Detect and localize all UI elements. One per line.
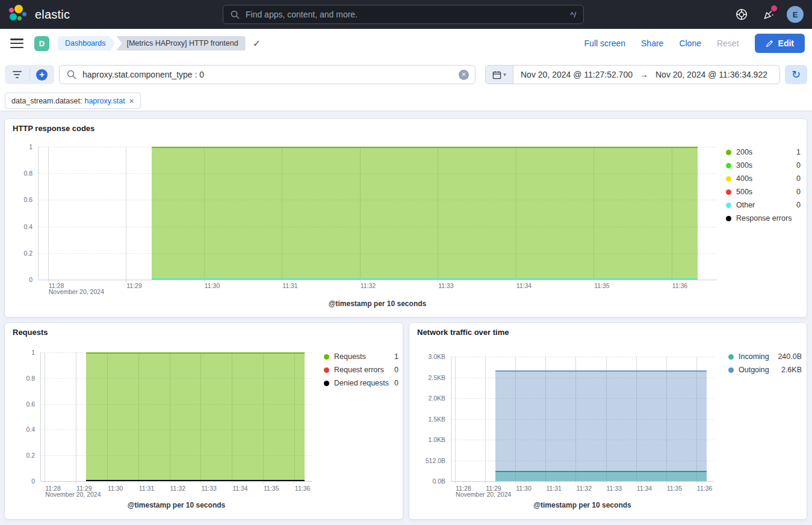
breadcrumb-current: [Metrics HAProxy] HTTP frontend — [116, 36, 245, 51]
add-filter-button[interactable]: + — [30, 65, 55, 84]
legend-item[interactable]: 300s0 — [726, 161, 801, 170]
x-tick-label: 11:31 — [139, 485, 155, 492]
y-tick-label: 0.6 — [26, 401, 35, 408]
legend-label: Response errors — [736, 214, 797, 223]
legend-item[interactable]: Request errors0 — [324, 366, 398, 374]
panel-title: Network traffic over time — [417, 328, 509, 337]
series-line-requests — [86, 352, 305, 354]
y-tick-label: 2.5KB — [428, 374, 445, 382]
y-tick-label: 0.2 — [26, 452, 35, 459]
legend-dot — [726, 189, 731, 195]
date-range-picker: ▾ Nov 20, 2024 @ 11:27:52.700 → Nov 20, … — [485, 65, 780, 84]
calendar-dropdown-button[interactable]: ▾ — [486, 66, 513, 84]
x-tick-label: 11:35 — [594, 282, 610, 289]
plot-area — [38, 147, 717, 280]
y-tick-label: 0.2 — [23, 250, 33, 257]
legend-dot — [726, 216, 731, 221]
x-axis-context-label: November 20, 2024 — [45, 491, 101, 498]
y-tick-label: 1.0KB — [428, 436, 445, 444]
clear-query-button[interactable]: × — [459, 70, 469, 80]
reset-button[interactable]: Reset — [717, 38, 739, 48]
refresh-button[interactable]: ↻ — [785, 65, 807, 84]
legend-item[interactable]: 200s1 — [726, 148, 801, 156]
x-axis-title: @timestamp per 10 seconds — [40, 501, 312, 509]
chart-legend: 200s1300s0400s0500s0Other0Response error… — [726, 148, 801, 227]
date-end[interactable]: Nov 20, 2024 @ 11:36:34.922 — [648, 70, 775, 79]
filter-menu-button[interactable] — [5, 65, 29, 84]
y-tick-label: 0 — [29, 276, 33, 284]
y-tick-label: 0.4 — [26, 426, 35, 434]
series-line-200s — [152, 147, 697, 148]
x-tick-label: 11:31 — [546, 485, 562, 492]
legend-label: Other — [736, 201, 793, 209]
x-tick-label: 11:36 — [672, 282, 688, 289]
plot-area — [40, 352, 312, 482]
x-tick-label: 11:34 — [516, 282, 532, 289]
top-header: elastic ^/ E — [0, 0, 812, 29]
x-axis-context-label: November 20, 2024 — [49, 288, 104, 295]
x-tick-label: 11:36 — [295, 485, 311, 492]
share-button[interactable]: Share — [641, 38, 663, 48]
x-axis-title: @timestamp per 10 seconds — [38, 299, 717, 308]
global-search[interactable]: ^/ — [223, 5, 584, 24]
legend-label: Outgoing — [739, 366, 778, 374]
legend-dot — [324, 367, 329, 373]
legend-value: 0 — [394, 366, 398, 374]
y-tick-label: 1 — [31, 349, 35, 357]
breadcrumb: Dashboards [Metrics HAProxy] HTTP fronte… — [58, 36, 246, 51]
search-shortcut-hint: ^/ — [570, 10, 576, 19]
legend-item[interactable]: Outgoing2.6KB — [728, 366, 802, 374]
legend-item[interactable]: Incoming240.0B — [728, 352, 802, 361]
h-gridline — [451, 357, 714, 357]
x-tick-label: 11:34 — [637, 485, 652, 492]
user-avatar[interactable]: E — [787, 6, 804, 23]
x-tick-label: 11:32 — [361, 282, 376, 289]
x-tick-label: 11:36 — [697, 485, 713, 492]
legend-item[interactable]: Other0 — [726, 201, 801, 209]
legend-value: 240.0B — [778, 352, 802, 361]
legend-dot — [726, 150, 731, 155]
remove-filter-icon[interactable]: × — [129, 96, 134, 106]
legend-item[interactable]: Response errors — [726, 214, 801, 223]
legend-label: Request errors — [334, 366, 391, 374]
x-tick-label: 11:30 — [205, 282, 220, 289]
legend-item[interactable]: Denied requests0 — [324, 379, 398, 387]
v-gridline — [485, 357, 486, 484]
legend-value: 0 — [796, 174, 801, 183]
legend-dot — [726, 163, 731, 168]
panel-requests: Requests 10.80.60.40.20 11:2811:2911:301… — [4, 322, 403, 520]
clone-button[interactable]: Clone — [679, 38, 701, 48]
global-search-input[interactable] — [246, 10, 570, 19]
toolbar-row: D Dashboards [Metrics HAProxy] HTTP fron… — [0, 29, 812, 58]
legend-item[interactable]: 400s0 — [726, 174, 801, 183]
menu-hamburger-icon[interactable] — [10, 38, 23, 48]
elastic-brand[interactable]: elastic — [8, 4, 70, 25]
legend-item[interactable]: 500s0 — [726, 188, 801, 196]
series-line-incoming — [495, 471, 707, 472]
series-area-200s — [152, 147, 697, 280]
legend-item[interactable]: Requests1 — [324, 352, 398, 361]
kql-query-bar[interactable]: × — [59, 65, 476, 84]
chart-legend: Requests1Request errors0Denied requests0 — [324, 352, 398, 392]
legend-value: 1 — [394, 352, 398, 361]
x-tick-label: 11:32 — [170, 485, 186, 492]
full-screen-button[interactable]: Full screen — [584, 38, 625, 48]
series-line-other — [152, 278, 697, 280]
filter-pill[interactable]: data_stream.dataset: haproxy.stat × — [5, 93, 141, 109]
edit-button[interactable]: Edit — [755, 34, 805, 53]
news-button[interactable] — [760, 7, 776, 22]
y-tick-label: 1.5KB — [428, 416, 445, 423]
help-button[interactable] — [734, 7, 749, 22]
y-tick-label: 0.4 — [23, 223, 33, 231]
y-tick-label: 0.8 — [23, 170, 33, 177]
kql-query-input[interactable] — [82, 70, 459, 79]
plus-icon: + — [36, 69, 48, 81]
legend-label: Denied requests — [334, 379, 391, 387]
dashboard-app-badge: D — [34, 36, 49, 51]
y-tick-label: 3.0KB — [428, 353, 445, 361]
calendar-icon — [492, 70, 501, 79]
date-start[interactable]: Nov 20, 2024 @ 11:27:52.700 — [513, 70, 640, 79]
breadcrumb-dashboards[interactable]: Dashboards — [58, 36, 115, 51]
legend-value: 2.6KB — [781, 366, 802, 374]
filter-pill-row: data_stream.dataset: haproxy.stat × — [0, 91, 812, 111]
